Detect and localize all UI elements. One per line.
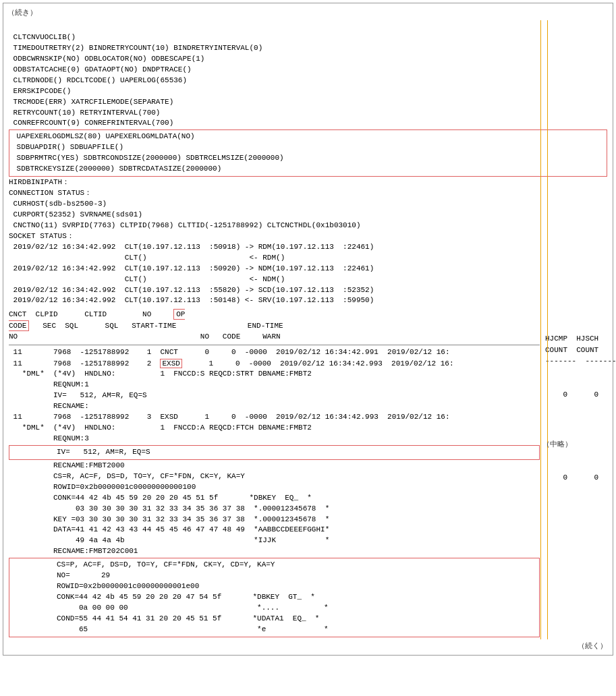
- top-continuation-label: （続き）: [3, 6, 613, 20]
- recname-fmbt202c001: RECNAME:FMBT202C001: [9, 546, 540, 557]
- exsd1-detail1: *DML* (*4V) HNDLNO: 1 FNCCD:S REQCD:STRT…: [9, 369, 540, 380]
- op-code-highlight: OP CODE: [9, 309, 185, 331]
- code-block-top: CLTCNVUOCLIB() TIMEDOUTRETRY(2) BINDRETR…: [9, 22, 607, 129]
- recname-fmbt2000: RECNAME:FMBT2000: [9, 461, 540, 471]
- exsd1-detail3: IV= 512, AM=R, EQ=S: [9, 390, 540, 401]
- data-line1: DATA=41 41 42 43 43 44 45 45 46 47 47 48…: [9, 525, 540, 535]
- key-line1: KEY =03 30 30 30 30 31 32 33 34 35 36 37…: [9, 515, 540, 525]
- exsd1-right-values: 0 0: [545, 390, 607, 401]
- right-panel: HJCMP HJSCH COUNT COUNT ------- ------- …: [540, 306, 607, 637]
- naka-ryaku-label: （中略）: [542, 440, 572, 448]
- bottom-continuation-label: （続く）: [3, 639, 613, 652]
- cs-r-line: CS=R, AC=F, DS=D, TO=Y, CF=*FDN, CK=Y, K…: [9, 471, 540, 482]
- pink-block-1-content: UAPEXERLOGDMLSZ(80) UAPEXERLOGMLDATA(NO)…: [12, 132, 604, 175]
- left-panel: CNCT CLPID CLTID NO OP CODE SEC SQL SQL …: [9, 306, 540, 637]
- exsd2-right: （中略） 0 0: [545, 429, 607, 505]
- table-row-exsd2-line1: 11 7968 -1251788992 3 EXSD 1 0 -0000 201…: [9, 412, 540, 423]
- exsd1-detail2: REQNUM:1: [9, 380, 540, 390]
- exsd1-right: 0 0: [545, 378, 607, 429]
- exsd2-detail1: *DML* (*4V) HNDLNO: 1 FNCCD:A REQCD:FTCH…: [9, 423, 540, 434]
- cnct-right-spacer: [545, 367, 607, 378]
- after-pink1: HIRDBINIPATH： CONNECTION STATUS： CURHOST…: [9, 177, 607, 306]
- main-container: （続き） CLTCNVUOCLIB() TIMEDOUTRETRY(2) BIN…: [3, 3, 613, 656]
- content-area: CLTCNVUOCLIB() TIMEDOUTRETRY(2) BINDRETR…: [3, 20, 613, 639]
- table-row-exsd1: 11 7968 -1251788992 2 EXSD 1 0 -0000 201…: [9, 358, 540, 370]
- pink-block-2: IV= 512, AM=R, EQ=S: [9, 445, 540, 460]
- pink-block-2-content: IV= 512, AM=R, EQ=S: [12, 447, 536, 458]
- exsd-highlight: EXSD: [160, 359, 181, 368]
- exsd2-detail2: REQNUM:3: [9, 434, 540, 444]
- data-line2: 49 4a 4a 4b *IJJK *: [9, 535, 540, 546]
- table-row-cnct: 11 7968 -1251788992 1 CNCT 0 0 -0000 201…: [9, 347, 540, 358]
- pink-block-3-content: CS=P, AC=F, DS=D, TO=Y, CF=*FDN, CK=Y, C…: [12, 560, 536, 635]
- table-area: CNCT CLPID CLTID NO OP CODE SEC SQL SQL …: [9, 306, 607, 637]
- conk-line1: CONK=44 42 4b 45 59 20 20 20 45 51 5f *D…: [9, 493, 540, 504]
- rowid-line1: ROWID=0x2b0000001c00000000000100: [9, 482, 540, 493]
- conk-line2: 03 30 30 30 30 31 32 33 34 35 36 37 38 *…: [9, 504, 540, 515]
- right-header: HJCMP HJSCH COUNT COUNT ------- -------: [545, 333, 607, 367]
- table-header-row2: NO NO CODE WARN: [9, 331, 540, 343]
- pink-block-3: CS=P, AC=F, DS=D, TO=Y, CF=*FDN, CK=Y, C…: [9, 558, 540, 637]
- pink-block-1: UAPEXERLOGDMLSZ(80) UAPEXERLOGMLDATA(NO)…: [9, 129, 607, 177]
- header-divider: [9, 345, 540, 345]
- exsd2-right-values: 0 0: [545, 473, 607, 484]
- exsd1-detail4: RECNAME:: [9, 401, 540, 412]
- table-header-row1: CNCT CLPID CLTID NO OP CODE SEC SQL SQL …: [9, 309, 540, 331]
